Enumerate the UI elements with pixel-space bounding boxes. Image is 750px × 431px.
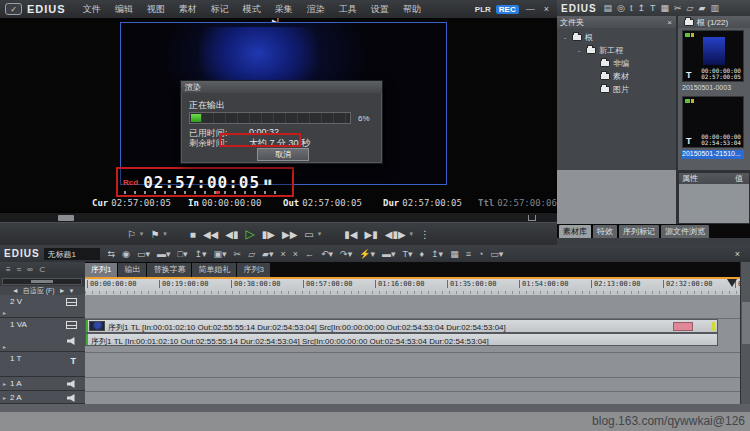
rec-mode-badge[interactable]: REC [496,5,519,14]
menu-edit[interactable]: 编辑 [108,3,140,16]
tab-sequence-marker[interactable]: 序列标记 [619,225,659,238]
ripple-delete-icon[interactable]: × [293,249,298,259]
timeline-close-icon[interactable]: × [735,249,750,259]
expand-track-icon[interactable]: ▸ [3,309,6,316]
loop-mode-icon[interactable]: ∞ [27,265,33,274]
display-dropdown-icon[interactable]: ▾ [318,230,322,238]
title-icon[interactable]: T [650,3,656,13]
expand-track-icon[interactable]: ▸ [3,343,6,350]
audio-clip[interactable]: 序列1 TL [In:00:01:02:10 Out:02:55:55:14 D… [85,333,718,346]
speaker-icon[interactable] [67,380,77,388]
trim-both-button[interactable]: ◀▮▶ [385,229,406,240]
copy-icon[interactable]: ▱ [248,249,255,259]
capture-icon[interactable]: ◉ [122,249,130,259]
track-header-1a[interactable]: ▸ 1 A [0,377,85,391]
trim-in-button[interactable]: ▮◀ [344,229,357,240]
import-icon[interactable]: ↥▾ [195,249,207,259]
plr-mode-label[interactable]: PLR [475,5,491,14]
title-icon[interactable]: T▾ [402,249,412,259]
back-icon[interactable]: ← [305,249,314,259]
color-correction-icon[interactable]: ◔ [478,249,483,259]
minimize-button[interactable]: — [524,4,537,14]
track-header-2a[interactable]: ▸ 2 A [0,391,85,404]
set-in-dropdown-icon[interactable]: ▾ [140,230,144,238]
menu-tools[interactable]: 工具 [332,3,364,16]
dialog-titlebar[interactable]: 渲染 [181,81,382,93]
insert-clip-icon[interactable]: ▬▾ [157,249,171,259]
new-folder-icon[interactable]: ▤ [604,3,613,13]
arrow-right-icon[interactable]: ► [59,287,66,294]
marker-icon[interactable]: ♦ [419,249,424,259]
arrow-left-icon[interactable]: ◄ [12,287,19,294]
menu-capture[interactable]: 采集 [268,3,300,16]
save-project-icon[interactable]: ▣▾ [214,249,227,259]
clip-thumbnail-2[interactable]: T 00:00:00:00 02:54:53:04 [682,96,744,148]
set-out-point-button[interactable]: ⚑ [150,229,159,240]
paste-icon[interactable]: ▰ [698,3,705,13]
cancel-button[interactable]: 取消 [257,148,309,161]
menu-render[interactable]: 渲染 [300,3,332,16]
stop-button[interactable]: ■ [190,229,196,240]
grid-icon[interactable]: ▦ [450,249,459,259]
cut-icon[interactable]: ✂ [234,249,242,259]
undo-icon[interactable]: ↶▾ [321,249,333,259]
paste-icon[interactable]: ▰▾ [262,249,273,259]
zoom-slider-handle[interactable] [31,280,53,283]
tab-replace-subtitle[interactable]: 替换字幕 [147,263,191,277]
tab-sequence-3[interactable]: 序列3 [237,263,269,277]
tree-item-project[interactable]: - 新工程 [557,44,676,57]
seek-bar[interactable] [0,212,557,222]
properties-name-column[interactable]: 属性 [682,174,698,183]
import-icon[interactable]: ↥ [637,3,645,13]
delete-icon[interactable]: × [281,249,286,259]
tree-item-root[interactable]: - 根 [557,31,676,44]
expand-track-icon[interactable]: ▸ [3,380,6,387]
monitor-icon[interactable]: ▭▾ [490,249,503,259]
fit-dropdown-icon[interactable]: ▾ [70,287,74,295]
play-button[interactable]: ▷ [246,227,255,241]
trim-dropdown-icon[interactable]: ▾ [410,230,414,238]
menu-mode[interactable]: 模式 [236,3,268,16]
tab-output[interactable]: 输出 [118,263,146,277]
clip-thumbnail-1[interactable]: T 00:00:00:00 02:57:00:05 [682,30,744,82]
tab-source-browser[interactable]: 源文件浏览 [661,225,709,238]
track-header-1va[interactable]: 1 VA ▸ [0,318,85,352]
search-icon[interactable]: ◎ [617,3,625,13]
set-in-point-button[interactable]: ⚐ [127,229,136,240]
tree-item-folder3[interactable]: 图片 [557,83,676,96]
image-icon[interactable]: ▦ [661,3,670,13]
next-frame-button[interactable]: ▮▶ [262,229,275,240]
rewind-button[interactable]: ◀◀ [203,229,218,240]
scrollbar-handle[interactable] [742,302,750,344]
timeline-ruler[interactable]: 00:00:00:00 00:19:00:00 00:38:00:00 00:5… [85,277,740,295]
tab-simple-wedding[interactable]: 简单婚礼 [192,263,236,277]
menu-settings[interactable]: 设置 [364,3,396,16]
fit-scale-control[interactable]: ◄ 自适应 (F) ► ▾ [0,286,85,295]
track-header-2v[interactable]: 2 V ▸ [0,295,85,318]
menu-view[interactable]: 视图 [140,3,172,16]
ripple-mode-icon[interactable]: ⊂ [39,265,46,274]
expand-track-icon[interactable]: ▸ [3,394,6,401]
menu-clip[interactable]: 素材 [172,3,204,16]
mode-icon[interactable]: ⇆ [108,249,116,259]
zoom-slider[interactable] [2,278,82,285]
tree-item-folder2[interactable]: 素材 [557,70,676,83]
group-mode-icon[interactable]: ≡ [6,265,11,274]
tab-bin[interactable]: 素材库 [559,225,591,238]
timeline-vertical-scrollbar[interactable] [740,262,750,404]
track-header-1t[interactable]: 1 T T [0,352,85,377]
speaker-icon[interactable] [67,337,77,345]
text-file-icon[interactable]: t [630,3,633,13]
more-options-icon[interactable]: ⋮ [420,229,430,240]
new-sequence-icon[interactable]: □▾ [178,249,188,259]
seek-handle[interactable] [58,215,74,221]
menu-file[interactable]: 文件 [76,3,108,16]
tab-sequence-1[interactable]: 序列1 [85,263,117,277]
razor-icon[interactable]: ⚡▾ [359,249,375,259]
fast-forward-button[interactable]: ▶▶ [282,229,297,240]
copy-icon[interactable]: ▱ [687,3,694,13]
mixer-icon[interactable]: ≡ [466,249,471,259]
speaker-icon[interactable] [67,394,77,402]
cut-icon[interactable]: ✂ [674,3,682,13]
overwrite-clip-icon[interactable]: ▭▾ [137,249,150,259]
